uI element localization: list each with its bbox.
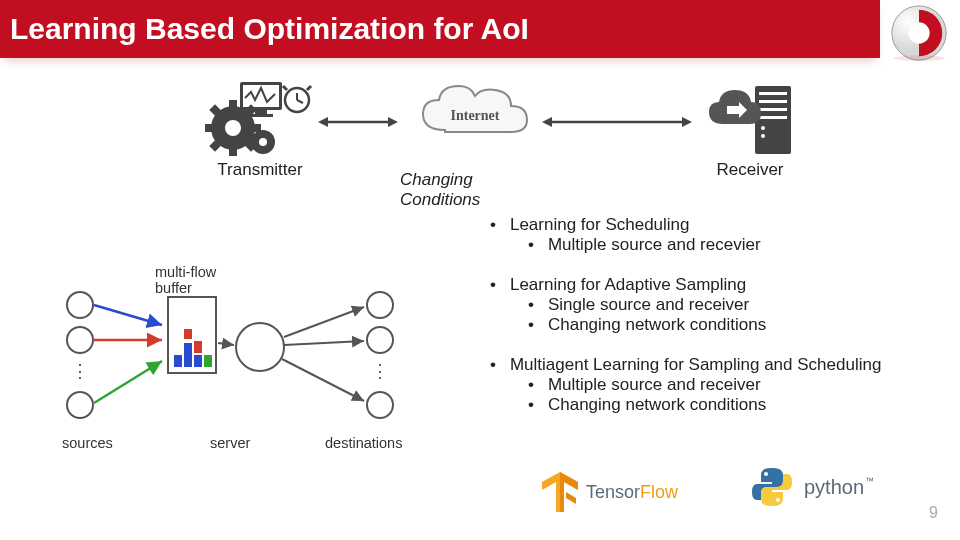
svg-point-39 — [67, 392, 93, 418]
svg-line-22 — [283, 86, 287, 90]
svg-point-38 — [67, 327, 93, 353]
svg-rect-42 — [174, 355, 182, 367]
svg-point-51 — [367, 392, 393, 418]
changing-conditions-label: Changing Conditions — [400, 170, 550, 210]
svg-rect-46 — [194, 341, 202, 353]
svg-rect-34 — [759, 116, 787, 119]
slide-title: Learning Based Optimization for AoI — [10, 12, 529, 46]
svg-line-23 — [307, 86, 311, 90]
svg-point-36 — [761, 134, 765, 138]
bullet-1: Learning for Scheduling — [490, 215, 881, 235]
receiver-label: Receiver — [716, 160, 783, 180]
bullet-2-1: Single source and receiver — [528, 295, 881, 315]
bullet-1-1: Multiple source and recevier — [528, 235, 881, 255]
svg-point-49 — [367, 292, 393, 318]
cloud-icon: Internet — [415, 80, 535, 146]
svg-rect-33 — [759, 108, 787, 111]
svg-rect-30 — [755, 86, 791, 154]
svg-text:⋮: ⋮ — [71, 361, 89, 381]
svg-rect-44 — [184, 329, 192, 339]
svg-point-2 — [894, 55, 944, 61]
tensorflow-icon — [540, 470, 580, 514]
svg-line-55 — [94, 361, 162, 403]
svg-marker-61 — [560, 472, 578, 512]
bullet-3-2: Changing network conditions — [528, 395, 881, 415]
receiver-icon — [705, 80, 795, 160]
architecture-diagram: Transmitter Internet Changing Conditions — [190, 80, 830, 200]
svg-point-8 — [225, 120, 241, 136]
svg-point-48 — [236, 323, 284, 371]
svg-line-56 — [218, 343, 234, 345]
svg-point-37 — [67, 292, 93, 318]
svg-point-1 — [908, 22, 929, 43]
svg-line-53 — [94, 305, 162, 325]
bullet-3-1: Multiple source and receiver — [528, 375, 881, 395]
bullet-2: Learning for Adaptive Sampling — [490, 275, 881, 295]
svg-rect-47 — [204, 355, 212, 367]
svg-line-59 — [282, 359, 364, 401]
transmitter-label: Transmitter — [217, 160, 302, 180]
bullet-3: Multiagent Learning for Sampling and Sch… — [490, 355, 881, 375]
bullet-2-2: Changing network conditions — [528, 315, 881, 335]
svg-marker-26 — [388, 117, 398, 127]
title-bar: Learning Based Optimization for AoI — [0, 0, 880, 58]
svg-point-64 — [776, 498, 780, 502]
python-text: python™ — [804, 476, 864, 499]
svg-rect-10 — [229, 148, 237, 156]
transmitter-icon — [205, 80, 315, 160]
svg-marker-62 — [566, 492, 576, 504]
svg-rect-32 — [759, 100, 787, 103]
internet-text: Internet — [451, 108, 500, 123]
svg-rect-9 — [229, 100, 237, 108]
svg-rect-43 — [184, 343, 192, 367]
arrow-tx-internet — [318, 112, 398, 132]
svg-rect-11 — [205, 124, 213, 132]
svg-text:⋮: ⋮ — [371, 361, 389, 381]
tensorflow-text: TensorFlow — [586, 482, 678, 503]
svg-line-21 — [297, 100, 303, 103]
svg-marker-25 — [318, 117, 328, 127]
corner-logo — [888, 2, 950, 64]
label-server: server — [210, 435, 250, 451]
multiflow-diagram: multi-flow buffer ⋮ ⋮ — [50, 265, 450, 455]
svg-marker-28 — [542, 117, 552, 127]
page-number: 9 — [929, 504, 938, 522]
tensorflow-logo: TensorFlow — [540, 470, 678, 514]
svg-rect-45 — [194, 355, 202, 367]
svg-line-57 — [284, 307, 364, 337]
arrow-internet-rx — [542, 112, 692, 132]
python-logo: python™ — [750, 465, 864, 509]
svg-rect-31 — [759, 92, 787, 95]
label-buffer: multi-flow buffer — [155, 265, 216, 297]
svg-rect-6 — [249, 114, 273, 117]
svg-point-35 — [761, 126, 765, 130]
svg-point-18 — [259, 138, 267, 146]
label-destinations: destinations — [325, 435, 402, 451]
svg-point-63 — [764, 472, 768, 476]
label-sources: sources — [62, 435, 113, 451]
bullet-list: Learning for Scheduling Multiple source … — [490, 215, 881, 435]
svg-rect-5 — [255, 110, 267, 114]
svg-line-58 — [284, 341, 364, 345]
svg-point-50 — [367, 327, 393, 353]
python-icon — [750, 465, 794, 509]
